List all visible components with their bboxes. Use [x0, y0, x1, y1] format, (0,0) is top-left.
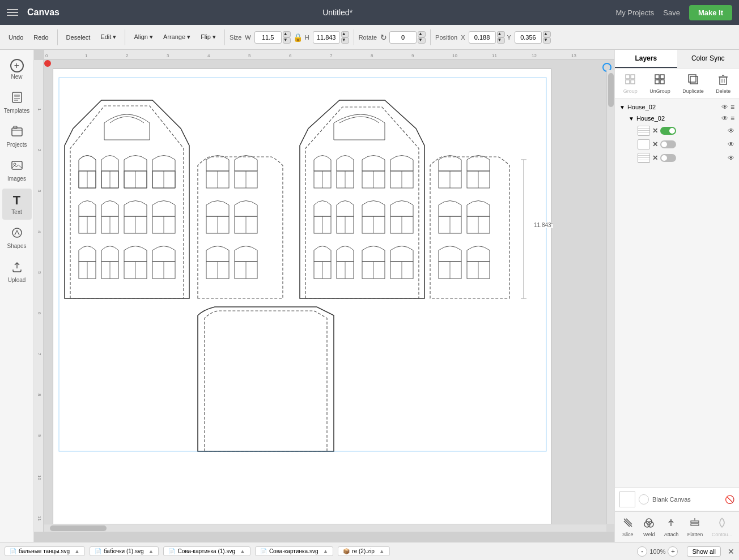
hide-canvas-icon[interactable]: 🚫 — [725, 495, 734, 504]
layer-item-3[interactable]: ✕ 👁 — [635, 151, 737, 165]
rotate-up[interactable]: ▲ — [418, 31, 426, 37]
bottom-file-1[interactable]: 📄 бальные танцы.svg ▲ — [5, 546, 85, 556]
undo-button[interactable]: Undo — [5, 32, 27, 43]
flip-button[interactable]: Flip ▾ — [197, 31, 220, 43]
contour-icon — [716, 516, 728, 532]
y-up[interactable]: ▲ — [543, 31, 551, 37]
ungroup-icon — [653, 73, 666, 88]
width-down[interactable]: ▼ — [283, 37, 291, 44]
file-close-1[interactable]: ▲ — [74, 548, 80, 554]
layer-swatch-3 — [638, 153, 650, 163]
svg-rect-136 — [691, 524, 699, 525]
arrange-button[interactable]: Arrange ▾ — [159, 31, 194, 43]
svg-rect-115 — [626, 75, 630, 79]
canvas-area[interactable]: 0 1 2 3 4 5 6 7 8 9 10 11 12 13 0 — [34, 50, 614, 542]
attach-icon — [665, 516, 677, 532]
sidebar-item-text[interactable]: T Text — [2, 189, 32, 220]
panel-actions: Group UnGroup Duplicate Delete — [615, 69, 739, 99]
layer-eye-1[interactable]: 👁 — [728, 127, 734, 135]
height-input[interactable] — [313, 31, 340, 44]
tab-layers[interactable]: Layers — [615, 50, 677, 68]
blank-canvas-label: Blank Canvas — [652, 496, 691, 503]
sidebar-item-shapes[interactable]: Shapes — [2, 222, 32, 254]
flatten-button[interactable]: Flatten — [687, 516, 703, 537]
x-down[interactable]: ▼ — [497, 37, 505, 44]
edit-button[interactable]: Edit ▾ — [96, 31, 120, 43]
deselect-button[interactable]: Deselect — [62, 32, 95, 43]
layer-row-house02-inner[interactable]: ▼ House_02 👁 ≡ — [626, 113, 737, 124]
duplicate-button[interactable]: Duplicate — [680, 72, 706, 95]
save-button[interactable]: Save — [663, 8, 680, 17]
vertical-scrollbar[interactable] — [606, 70, 614, 524]
layer-row-house02-top[interactable]: ▼ House_02 👁 ≡ — [617, 101, 737, 113]
file-close-3[interactable]: ▲ — [240, 548, 245, 554]
menu-icon[interactable]: ≡ — [730, 114, 734, 122]
make-it-button[interactable]: Make It — [689, 5, 732, 20]
bottom-file-5[interactable]: 📦 re (2).zip ▲ — [338, 546, 389, 556]
rotate-down[interactable]: ▼ — [418, 37, 426, 44]
sidebar-item-new[interactable]: + New — [2, 54, 32, 84]
eye-icon[interactable]: 👁 — [721, 103, 728, 111]
canvas-content[interactable]: 11.843" — [44, 60, 614, 532]
sidebar-item-projects[interactable]: Projects — [2, 121, 32, 152]
right-panel: Layers Color Sync Group UnGroup — [614, 50, 739, 542]
file-name-2: бабочки (1).svg — [104, 548, 144, 554]
zoom-in-button[interactable]: + — [668, 546, 678, 557]
menu-icon[interactable]: ≡ — [730, 103, 734, 111]
group-button[interactable]: Group — [621, 72, 640, 95]
layer-item-1[interactable]: ✕ 👁 — [635, 124, 737, 138]
attach-button[interactable]: Attach — [664, 516, 679, 537]
sidebar-item-templates[interactable]: Templates — [2, 87, 32, 118]
sidebar-item-upload[interactable]: Upload — [2, 256, 32, 288]
weld-icon — [643, 516, 655, 532]
sidebar-item-images[interactable]: Images — [2, 155, 32, 186]
rotate-input[interactable] — [389, 31, 417, 44]
show-all-button[interactable]: Show all — [687, 546, 721, 557]
width-up[interactable]: ▲ — [283, 31, 291, 37]
bottom-file-3[interactable]: 📄 Сова-картинка (1).svg ▲ — [163, 546, 250, 556]
duplicate-icon — [687, 73, 699, 88]
sidebar-item-label: Shapes — [7, 243, 27, 249]
horizontal-scrollbar[interactable] — [44, 524, 606, 532]
file-close-4[interactable]: ▲ — [322, 548, 328, 554]
bottom-file-2[interactable]: 📄 бабочки (1).svg ▲ — [90, 546, 159, 556]
height-up[interactable]: ▲ — [341, 31, 349, 37]
file-close-2[interactable]: ▲ — [148, 548, 154, 554]
slice-button[interactable]: Slice — [622, 516, 634, 537]
eye-icon[interactable]: 👁 — [721, 114, 728, 122]
expand-icon[interactable]: ▼ — [619, 104, 625, 110]
layer-toggle-2[interactable] — [660, 140, 676, 148]
layer-eye-2[interactable]: 👁 — [728, 140, 734, 148]
layer-toggle-3[interactable] — [660, 154, 676, 162]
contour-button[interactable]: Contou... — [712, 516, 733, 537]
redo-button[interactable]: Redo — [29, 32, 52, 43]
ungroup-button[interactable]: UnGroup — [647, 72, 673, 95]
file-close-5[interactable]: ▲ — [379, 548, 385, 554]
close-icon[interactable]: ✕ — [728, 547, 734, 556]
layer-toggle-1[interactable] — [660, 127, 676, 135]
app-title: Canvas — [27, 7, 60, 18]
expand-icon[interactable]: ▼ — [628, 116, 634, 122]
sidebar-item-label: Templates — [4, 108, 30, 114]
weld-button[interactable]: Weld — [643, 516, 655, 537]
width-input[interactable] — [254, 31, 282, 44]
delete-button[interactable]: Delete — [713, 72, 733, 95]
x-up[interactable]: ▲ — [497, 31, 505, 37]
svg-text:7: 7 — [37, 353, 42, 356]
zoom-out-button[interactable]: - — [637, 546, 647, 557]
x-input[interactable] — [469, 31, 496, 44]
layer-eye-3[interactable]: 👁 — [728, 154, 734, 162]
svg-point-8 — [12, 228, 22, 237]
y-down[interactable]: ▼ — [543, 37, 551, 44]
y-input[interactable] — [515, 31, 542, 44]
layer-sub-house02: ▼ House_02 👁 ≡ ✕ 👁 — [617, 113, 737, 165]
hamburger-menu[interactable] — [7, 9, 18, 16]
align-button[interactable]: Align ▾ — [130, 31, 157, 43]
height-down[interactable]: ▼ — [341, 37, 349, 44]
canvas-white: 11.843" — [53, 69, 551, 532]
tab-colorsync[interactable]: Color Sync — [677, 50, 740, 68]
templates-icon — [11, 91, 23, 106]
bottom-file-4[interactable]: 📄 Сова-картинка.svg ▲ — [255, 546, 333, 556]
my-projects-button[interactable]: My Projects — [615, 8, 654, 17]
layer-item-2[interactable]: ✕ 👁 — [635, 138, 737, 151]
